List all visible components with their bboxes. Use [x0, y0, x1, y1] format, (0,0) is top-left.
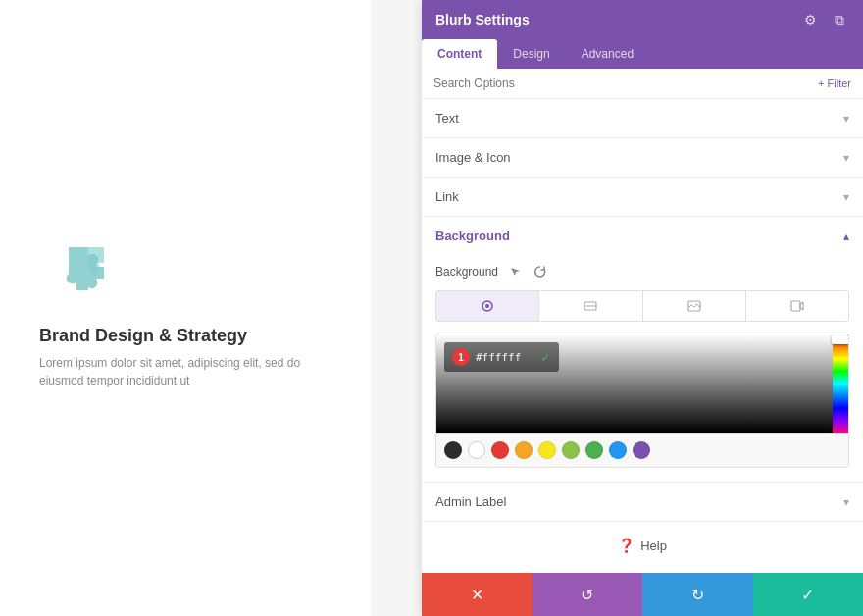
swatch-yellow[interactable] [538, 441, 556, 459]
hue-thumb[interactable] [832, 334, 849, 344]
swatch-black[interactable] [444, 441, 462, 459]
section-admin-label[interactable]: Admin Label ▾ [422, 483, 863, 522]
canvas-title: Brand Design & Strategy [39, 326, 247, 346]
bg-tab-color[interactable] [436, 291, 539, 321]
search-input[interactable] [433, 77, 818, 90]
settings-panel: Blurb Settings ⚙ ⧉ Content Design Advanc… [422, 0, 863, 616]
section-image-icon[interactable]: Image & Icon ▾ [422, 138, 863, 178]
action-bar: ✕ ↺ ↻ ✓ [422, 573, 863, 616]
panel-header: Blurb Settings ⚙ ⧉ [422, 0, 863, 39]
puzzle-icon [49, 228, 127, 306]
chevron-down-icon: ▾ [843, 151, 849, 165]
section-background-header[interactable]: Background ▴ [422, 217, 863, 255]
color-picker: 1 ✓ [435, 334, 849, 468]
swatch-blue[interactable] [609, 441, 627, 459]
hex-row: 1 ✓ [444, 342, 559, 372]
swatch-dark-green[interactable] [585, 441, 603, 459]
section-background-body: Background [422, 255, 863, 482]
admin-label-text: Admin Label [435, 494, 506, 509]
settings-icon[interactable]: ⚙ [800, 10, 820, 29]
swatch-orange[interactable] [515, 441, 533, 459]
color-picker-main: 1 ✓ [436, 334, 848, 433]
hue-slider[interactable] [833, 334, 848, 433]
svg-rect-5 [791, 301, 800, 311]
chevron-down-icon: ▾ [843, 190, 849, 204]
section-link-label: Link [435, 189, 459, 204]
swatch-light-green[interactable] [562, 441, 580, 459]
section-image-label: Image & Icon [435, 150, 511, 165]
filter-button[interactable]: + Filter [818, 77, 851, 89]
chevron-down-icon: ▾ [843, 112, 849, 126]
svg-point-1 [485, 304, 489, 308]
canvas-description: Lorem ipsum dolor sit amet, adipiscing e… [39, 354, 331, 389]
hex-input[interactable] [476, 351, 534, 364]
tab-design[interactable]: Design [497, 39, 565, 69]
copy-icon[interactable]: ⧉ [830, 10, 849, 29]
help-row: ❓ Help [422, 522, 863, 569]
section-background-label: Background [435, 229, 510, 243]
tab-advanced[interactable]: Advanced [566, 39, 649, 69]
bg-tab-image[interactable] [643, 291, 746, 321]
chevron-up-icon: ▴ [843, 230, 849, 243]
bg-tab-gradient[interactable] [539, 291, 642, 321]
panel-content: Text ▾ Image & Icon ▾ Link ▾ Background … [422, 99, 863, 573]
redo-button[interactable]: ↻ [642, 573, 753, 616]
background-sub-label: Background [435, 265, 498, 279]
header-icons: ⚙ ⧉ [800, 10, 849, 29]
tab-content[interactable]: Content [422, 39, 497, 69]
background-reset-icon[interactable] [532, 263, 549, 281]
color-indicator: 1 [452, 348, 470, 366]
saturation-area[interactable]: 1 ✓ [436, 334, 833, 433]
background-pointer-icon[interactable] [506, 263, 524, 281]
section-background: Background ▴ Background [422, 217, 863, 483]
background-type-tabs [435, 290, 849, 322]
section-link[interactable]: Link ▾ [422, 178, 863, 217]
help-text: Help [640, 539, 667, 553]
confirm-hex-icon[interactable]: ✓ [540, 350, 551, 365]
panel-title: Blurb Settings [435, 12, 530, 27]
bg-tab-video[interactable] [746, 291, 848, 321]
swatch-red[interactable] [491, 441, 509, 459]
save-button[interactable]: ✓ [753, 573, 864, 616]
background-subheader: Background [435, 263, 849, 281]
reset-button[interactable]: ↺ [533, 573, 643, 616]
swatches-row [436, 433, 848, 467]
canvas-area: Brand Design & Strategy Lorem ipsum dolo… [0, 0, 371, 616]
section-text[interactable]: Text ▾ [422, 99, 863, 138]
section-text-label: Text [435, 111, 459, 126]
cancel-button[interactable]: ✕ [422, 573, 533, 616]
search-bar: + Filter [422, 69, 863, 99]
help-icon[interactable]: ❓ [618, 538, 635, 553]
chevron-down-icon: ▾ [843, 495, 849, 509]
panel-tabs: Content Design Advanced [422, 39, 863, 69]
swatch-white[interactable] [468, 441, 485, 459]
swatch-purple[interactable] [633, 441, 650, 459]
